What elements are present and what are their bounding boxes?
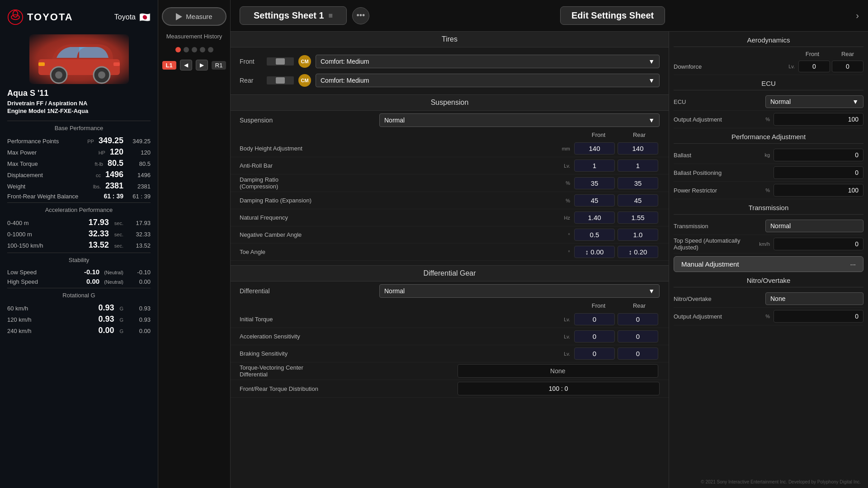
dots-menu-button[interactable]: ••• — [352, 7, 369, 24]
ecu-title: ECU — [674, 75, 863, 90]
susp-front-0[interactable]: 140 — [574, 142, 615, 155]
diff-front-1[interactable]: 0 — [574, 330, 615, 343]
ecu-output-row: Output Adjustment % 100 — [674, 111, 863, 128]
acceleration-header: Acceleration Performance — [7, 202, 151, 215]
susp-front-3[interactable]: 45 — [574, 194, 615, 206]
measure-button[interactable]: Measure — [162, 7, 226, 26]
susp-rear-6[interactable]: ↕ 0.20 — [618, 246, 658, 258]
mid-panel: Measure Measurement History L1 ◀ ▶ R1 — [158, 0, 231, 488]
diff-rear-2[interactable]: 0 — [618, 347, 658, 360]
susp-front-6[interactable]: ↕ 0.00 — [574, 246, 615, 258]
susp-rear-1[interactable]: 1 — [618, 160, 658, 172]
edit-settings-button[interactable]: Edit Settings Sheet — [560, 6, 665, 25]
nav-left-button[interactable]: ◀ — [180, 60, 192, 70]
dot-1[interactable] — [184, 47, 189, 52]
r1-label[interactable]: R1 — [212, 61, 226, 70]
susp-front-5[interactable]: 0.5 — [574, 229, 615, 241]
transmission-value: Normal — [765, 220, 863, 232]
measurement-history-title: Measurement History — [166, 33, 222, 40]
settings-sheet-button[interactable]: Settings Sheet 1 ≡ — [240, 6, 347, 25]
tires-section-title: Tires — [231, 32, 669, 47]
toyota-logo: TOYOTA — [7, 9, 73, 25]
dot-4[interactable] — [208, 47, 213, 52]
maxpower-row: Max Power HP 120 120 — [7, 146, 151, 158]
car-info: Aqua S '11 Drivetrain FF / Aspiration NA… — [7, 89, 151, 114]
ecu-dropdown[interactable]: Normal ▼ — [765, 95, 863, 108]
susp-rear-4[interactable]: 1.55 — [618, 211, 658, 224]
susp-rear-3[interactable]: 45 — [618, 194, 658, 206]
chevron-right-icon[interactable]: › — [856, 10, 859, 21]
settings-panel: Settings Sheet 1 ≡ ••• Edit Settings She… — [231, 0, 868, 488]
speed100-row: 100-150 km/h 13.52 sec. 13.52 — [7, 239, 151, 251]
nitro-output-value[interactable]: 0 — [774, 310, 863, 323]
suspension-param-row-4: Natural Frequency Hz 1.40 1.55 — [231, 209, 669, 226]
downforce-front[interactable]: 0 — [798, 61, 830, 72]
suspension-param-row-3: Damping Ratio (Expansion) % 45 45 — [231, 192, 669, 209]
dot-0[interactable] — [175, 47, 181, 52]
front-tire-dropdown[interactable]: Comfort: Medium ▼ — [316, 55, 660, 68]
diff-rear-0[interactable]: 0 — [618, 313, 658, 325]
ballast-row: Ballast kg 0 — [674, 146, 863, 164]
top-speed-row: Top Speed (Automatically Adjusted) km/h … — [674, 235, 863, 253]
susp-front-4[interactable]: 1.40 — [574, 211, 615, 224]
ballast-pos-value[interactable]: 0 — [774, 166, 863, 179]
front-tire-track — [267, 57, 294, 66]
ballast-pos-row: Ballast Positioning 0 — [674, 164, 863, 182]
hamburger-icon: ≡ — [329, 12, 333, 20]
nav-right-button[interactable]: ▶ — [196, 60, 208, 70]
diff-rear-1[interactable]: 0 — [618, 330, 658, 343]
pp-row: Performance Points PP 349.25 349.25 — [7, 135, 151, 146]
car-drivetrain: Drivetrain FF / Aspiration NA — [7, 100, 151, 107]
diff-front-2[interactable]: 0 — [574, 347, 615, 360]
suspension-dropdown[interactable]: Normal ▼ — [379, 113, 660, 127]
downforce-rear[interactable]: 0 — [832, 61, 863, 72]
susp-rear-5[interactable]: 1.0 — [618, 229, 658, 241]
front-tire-cm-badge: CM — [298, 55, 311, 68]
front-tire-slider[interactable] — [267, 57, 294, 66]
diff-front-0[interactable]: 0 — [574, 313, 615, 325]
ballast-value[interactable]: 0 — [774, 149, 863, 161]
aero-col-headers: Front Rear — [674, 50, 863, 58]
balance-row: Front-Rear Weight Balance 61 : 39 61 : 3… — [7, 192, 151, 201]
power-restrictor-row: Power Restrictor % 100 — [674, 182, 863, 199]
toyota-logo-icon — [7, 9, 24, 25]
susp-front-2[interactable]: 35 — [574, 177, 615, 189]
differential-section: Differential Normal ▼ Front Rear Initial… — [231, 282, 669, 402]
transmission-title: Transmission — [674, 199, 863, 215]
dot-3[interactable] — [200, 47, 205, 52]
susp-rear-2[interactable]: 35 — [618, 177, 658, 189]
svg-point-7 — [98, 71, 105, 79]
diff-param-row-0: Initial Torque Lv. 0 0 — [231, 311, 669, 328]
torque-vectoring-value: None — [458, 364, 659, 378]
suspension-param-row-1: Anti-Roll Bar Lv. 1 1 — [231, 157, 669, 174]
l1-label[interactable]: L1 — [162, 61, 176, 70]
front-tire-thumb — [276, 58, 285, 65]
front-tire-row: Front CM Comfort: Medium ▼ — [240, 52, 660, 71]
dot-2[interactable] — [192, 47, 197, 52]
stability-header: Stability — [7, 253, 151, 265]
lowspeed-row: Low Speed -0.10 (Neutral) -0.10 — [7, 267, 151, 277]
rear-tire-dropdown[interactable]: Comfort: Medium ▼ — [316, 74, 660, 87]
perf-adj-title: Performance Adjustment — [674, 128, 863, 144]
susp-front-1[interactable]: 1 — [574, 160, 615, 172]
settings-title-area: Settings Sheet 1 ≡ ••• — [240, 6, 369, 25]
downforce-row: Downforce Lv. 0 0 — [674, 58, 863, 75]
susp-rear-0[interactable]: 140 — [618, 142, 658, 155]
base-performance-header: Base Performance — [7, 121, 151, 133]
tires-section: Front CM Comfort: Medium ▼ Rear — [231, 47, 669, 95]
differential-dropdown[interactable]: Normal ▼ — [379, 284, 660, 298]
center-column: Tires Front CM Comfort: Medium ▼ — [231, 32, 669, 488]
right-column: Aerodynamics Front Rear Downforce Lv. 0 … — [669, 32, 868, 488]
measurement-dots — [175, 47, 213, 52]
differential-col-headers: Front Rear — [231, 300, 669, 311]
g120-row: 120 km/h 0.93 G 0.93 — [7, 314, 151, 325]
suspension-param-row-6: Toe Angle ° ↕ 0.00 ↕ 0.20 — [231, 244, 669, 261]
power-restrictor-value[interactable]: 100 — [774, 184, 863, 197]
zero1000-row: 0-1000 m 32.33 sec. 32.33 — [7, 228, 151, 239]
ecu-output-value[interactable]: 100 — [774, 113, 863, 126]
top-speed-value[interactable]: 0 — [774, 238, 863, 250]
nitro-value: None — [765, 292, 863, 305]
rear-tire-slider[interactable] — [267, 76, 294, 84]
manual-adjustment-button[interactable]: Manual Adjustment ··· — [674, 256, 863, 272]
diff-param-row-1: Acceleration Sensitivity Lv. 0 0 — [231, 328, 669, 345]
